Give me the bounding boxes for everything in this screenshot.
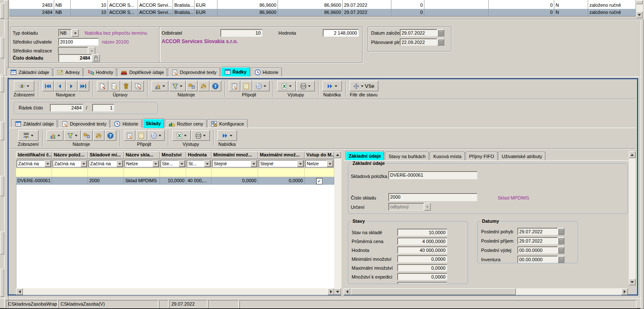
hodnota-skladu-field[interactable]: 40 000,0000 [397,246,447,254]
datum-zalozeni-field[interactable]: 29.07.2022 [400,29,437,36]
column-header[interactable]: Název skla... [124,151,160,159]
scroll-down-button[interactable] [629,279,636,285]
posledni-prijem-calendar-button[interactable] [558,237,564,244]
detail-hscrollbar[interactable] [344,288,628,295]
attach-note-button[interactable] [229,81,240,91]
filter-all-button[interactable]: Vše [350,81,378,91]
scroll-up-button[interactable] [629,151,636,158]
stav-na-sklade-field[interactable]: 10,0000 [397,229,447,236]
column-header[interactable]: Množství [160,151,186,159]
urceni-combo[interactable]: odbytový [388,203,424,211]
chart-tools-button[interactable] [47,130,63,141]
scrollbar-thumb[interactable] [351,288,516,295]
posledni-vydej-calendar-button[interactable] [558,246,564,254]
posledni-pohyb-field[interactable]: 29.07.2022 [517,228,558,235]
filter-combo[interactable]: St... [187,160,211,167]
posledni-vydej-field[interactable]: 00.00.0000 [517,246,558,254]
attach-media-button[interactable] [253,81,270,91]
detail-vscrollbar[interactable] [629,151,636,285]
grid-row-2484-selected[interactable]: 2484 NB 10 ACCOR S... ACCOR Servi... Bra… [9,9,636,16]
pane-splitter[interactable] [341,150,344,295]
posledni-prijem-field[interactable]: 29.07.2022 [517,237,558,244]
attach-list-button[interactable] [136,130,147,141]
urceni-dropdown-button[interactable] [424,203,431,211]
line-subnumber-field[interactable]: 1 [92,104,114,112]
scroll-left-button[interactable] [344,288,350,295]
tab-hodnoty[interactable]: 123Hodnoty [84,68,116,77]
grid-vertical-scrollbar[interactable] [636,0,643,19]
print-button[interactable] [191,130,210,141]
detailtab-uzivatelske-atributy[interactable]: Uživatelské atributy [498,152,545,160]
planovane-plneni-calendar-button[interactable] [437,38,444,46]
skladova-polozka-field[interactable]: DVERE-000061 [388,171,477,179]
detailtab-stavy-na-bunkach[interactable]: Stavy na buňkách [385,152,429,160]
datum-zalozeni-calendar-button[interactable] [437,29,444,36]
subtab-konfigurace[interactable]: Konfigurace [207,119,248,128]
filter-dropdown-button[interactable] [179,160,185,167]
hodnota-field[interactable]: 2 148,0000 [323,29,359,37]
filter-button[interactable] [169,81,186,91]
cislo-dokladu-field[interactable]: 2484 [58,54,92,62]
typ-dokladu-dropdown-button[interactable] [72,29,79,37]
column-header[interactable]: Maximální množ... [258,151,305,159]
prumerna-cena-field[interactable]: 4 000,0000 [397,238,447,245]
tab-doprovodne-texty[interactable]: Doprovodné texty [168,68,220,77]
filter-dropdown-button[interactable] [204,160,210,167]
chart-tools-button[interactable] [151,81,168,91]
attach-media-button[interactable] [148,130,165,141]
inventura-field[interactable]: 00.00.0000 [517,256,558,263]
filter-dropdown-button[interactable] [250,160,257,167]
subtab-sklady-selected[interactable]: Sklady [143,118,164,128]
prev-record-button[interactable] [54,81,66,91]
rezervovano-field[interactable]: 0,0000 [397,282,447,284]
filter-dropdown-button[interactable] [116,160,123,167]
filter-combo[interactable]: Začíná na [17,160,51,167]
inventura-calendar-button[interactable] [558,256,564,263]
lock-button[interactable] [92,54,100,62]
column-header[interactable]: Minimální množ... [212,151,258,159]
stredisko-realizace-dropdown-button[interactable] [88,47,95,55]
filter-dropdown-button[interactable] [80,160,87,167]
subtab-rozbor-ceny[interactable]: Rozbor ceny [165,119,206,128]
first-record-button[interactable] [42,81,54,91]
vstup-checkbox[interactable]: ✔ [316,178,322,184]
scroll-down-button[interactable] [636,11,643,18]
view-mode-button[interactable] [14,81,34,91]
cislo-skladu-field[interactable]: 2000 [388,193,477,201]
next-record-button[interactable] [66,81,77,91]
filter-combo[interactable]: Ste... [160,160,185,167]
stredisko-realizace-field[interactable] [58,47,88,55]
delete-record-button[interactable] [121,81,132,91]
line-number-field[interactable]: 2484 [50,104,83,112]
settings-button[interactable] [93,130,105,141]
view-mode-button[interactable] [18,130,39,141]
filter-dropdown-button[interactable] [327,160,333,167]
tab-radky-selected[interactable]: Řádky [221,67,250,77]
menu-button[interactable] [322,81,342,91]
help-button[interactable]: ? [105,130,116,141]
filter-dropdown-button[interactable] [297,160,303,167]
scroll-right-button[interactable] [621,288,628,295]
filter-dropdown-button[interactable] [152,160,159,167]
excel-export-button[interactable]: X [172,130,191,141]
mnozstvi-k-expedici-field[interactable]: 0,0000 [397,273,447,280]
filter-combo[interactable]: Stejné [212,160,257,167]
filter-combo[interactable]: Začíná na [52,160,87,167]
print-button[interactable] [296,81,315,91]
filter-combo[interactable]: Začíná na [88,160,123,167]
scroll-down-button[interactable] [334,288,341,295]
maximalni-mnozstvi-field[interactable]: 0,0000 [397,264,447,271]
scroll-right-button[interactable] [328,288,334,295]
copy-record-button[interactable] [132,81,144,91]
detailtab-prijmy-fifo[interactable]: Příjmy FIFO [466,152,498,160]
attach-note-button[interactable] [124,130,135,141]
last-record-button[interactable] [78,81,89,91]
scroll-up-button[interactable] [334,151,341,158]
help-button[interactable]: ? [210,81,221,91]
excel-export-button[interactable]: X [277,81,296,91]
subtab-doprovodne-texty[interactable]: Doprovodné texty [58,119,110,128]
filter-combo[interactable]: Nelze [124,160,159,167]
scrollbar-thumb[interactable] [636,0,643,4]
filter-combo[interactable]: Stejné [259,160,304,167]
filter-combo[interactable]: Nelze [305,160,333,167]
